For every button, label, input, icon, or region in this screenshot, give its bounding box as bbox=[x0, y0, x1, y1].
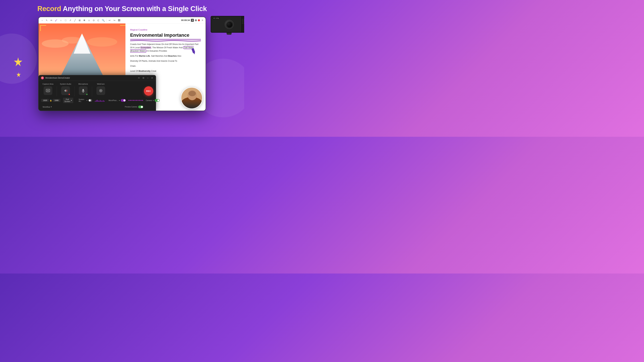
toolbar-frame-icon[interactable]: ⊞ bbox=[78, 18, 82, 22]
corner-bracket-tl bbox=[40, 25, 46, 31]
webcam-label: WebCam bbox=[97, 83, 105, 85]
toolbar-rect-icon[interactable]: □ bbox=[64, 18, 68, 22]
toolbar-cursor-icon[interactable]: ↖ bbox=[45, 18, 49, 22]
page-title: Record Anything on Your Screen with a Si… bbox=[0, 0, 244, 13]
toolbar-capture-icon[interactable]: ⊏ bbox=[96, 18, 100, 22]
lock-icon: 🔒 bbox=[50, 99, 52, 102]
mic-dot-3 bbox=[132, 100, 132, 101]
mic-dot-8 bbox=[139, 100, 140, 101]
toolbar-emoji-icon[interactable]: ☺ bbox=[87, 18, 91, 22]
panel-edit-button[interactable]: ✏ bbox=[138, 76, 140, 79]
panel-minimize-button[interactable]: ─ bbox=[146, 76, 149, 79]
mic-dot-10 bbox=[142, 100, 143, 101]
full-screen-controls: Full Screen ▾ bbox=[63, 98, 73, 103]
camera-toggle[interactable] bbox=[155, 99, 160, 102]
audio-bar-2 bbox=[96, 100, 96, 102]
microphone-section: Microphone bbox=[76, 83, 90, 95]
mic-dot-6 bbox=[136, 100, 137, 101]
avatar bbox=[181, 87, 202, 109]
audio-level-indicator bbox=[95, 99, 104, 102]
height-input[interactable] bbox=[53, 99, 60, 102]
laptop-frame: › ↖ ✏ 🖊 ○ □ ↗ ╱ ⊞ ❋ ☺ ⊙ ⊏ 🔍 ↩ ↪ 🖼 00:09:… bbox=[38, 17, 206, 111]
doc-paragraph-3: Diversity Of Plants, Animals And Insects… bbox=[130, 59, 201, 63]
toolbar-zoom-icon[interactable]: 🔍 bbox=[101, 18, 105, 22]
svg-point-13 bbox=[188, 91, 196, 96]
toolbar-separator bbox=[106, 19, 106, 22]
title-rest: Anything on Your Screen with a Single Cl… bbox=[61, 5, 207, 12]
preview-camera-toggle[interactable] bbox=[138, 106, 143, 108]
dropdown-arrow-icon: ▾ bbox=[71, 99, 72, 102]
audio-bar-9 bbox=[103, 100, 104, 102]
microphone-button[interactable] bbox=[79, 86, 88, 95]
circled-phrase: Salt Water (Brackish Water) bbox=[130, 46, 194, 52]
capture-area-button[interactable] bbox=[44, 86, 52, 95]
audio-bar-6 bbox=[100, 100, 100, 102]
star-decoration-small bbox=[16, 72, 21, 77]
preview-camera-label: Preview Camera bbox=[125, 106, 137, 108]
system-audio-button[interactable] bbox=[61, 86, 70, 95]
mic-dot-1 bbox=[128, 100, 130, 101]
webcam-section: WebCam bbox=[94, 83, 108, 95]
toolbar-arrow-icon[interactable]: ↗ bbox=[68, 18, 72, 22]
toolbar-menu-icon[interactable]: › bbox=[40, 18, 44, 22]
capture-area-section: Capture Area bbox=[41, 83, 55, 95]
title-highlight: Record bbox=[38, 5, 61, 12]
doc-underline bbox=[130, 39, 201, 39]
panel-close-button[interactable]: ✕ bbox=[150, 76, 154, 79]
toolbar-undo-icon[interactable]: ↩ bbox=[108, 18, 112, 22]
rec-button[interactable]: REC bbox=[144, 86, 153, 96]
dimension-controls: 🔒 bbox=[41, 99, 60, 102]
toolbar-pencil-icon[interactable]: ✏ bbox=[50, 18, 53, 22]
toolbar-redo-icon[interactable]: ↪ bbox=[112, 18, 116, 22]
panel-title: Wondershare DemoCreator bbox=[45, 77, 138, 79]
toolbar-highlight-icon[interactable]: 🖊 bbox=[54, 18, 58, 22]
audio-bar-7 bbox=[101, 100, 102, 102]
panel-window-controls: ✏ ⚙ ─ ✕ bbox=[138, 76, 154, 79]
audio-bar-1 bbox=[95, 101, 96, 102]
system-audio-toggle[interactable] bbox=[88, 99, 92, 102]
workflow-button[interactable]: Workflow ▾ bbox=[41, 105, 53, 109]
webcam-button[interactable] bbox=[96, 86, 105, 95]
webcam-mount bbox=[226, 33, 232, 35]
doc-paragraph-1: Coasts And Their Adjacent Areas On And O… bbox=[130, 42, 201, 53]
divider-2 bbox=[74, 86, 74, 96]
system-audio-label: System Audio bbox=[60, 83, 71, 85]
toolbar-effects-icon[interactable]: ❋ bbox=[82, 18, 86, 22]
microphone-toggle[interactable] bbox=[121, 99, 126, 102]
svg-rect-20 bbox=[82, 89, 84, 91]
toolbar-close-button[interactable]: ✕ bbox=[201, 19, 204, 22]
full-screen-dropdown[interactable]: Full Screen ▾ bbox=[63, 98, 73, 103]
svg-marker-1 bbox=[16, 72, 21, 77]
record-indicator-dot bbox=[195, 19, 197, 21]
doc-paragraph-4: Chain. bbox=[130, 64, 201, 68]
webcam-speaker bbox=[240, 16, 244, 32]
toolbar-circle-icon[interactable]: ○ bbox=[59, 18, 63, 22]
mic-dot-7 bbox=[138, 100, 138, 101]
toolbar-line-icon[interactable]: ╱ bbox=[73, 18, 77, 22]
camera-controls: Camera ▾ bbox=[146, 99, 160, 102]
mic-dot-5 bbox=[134, 100, 136, 101]
doc-title: Environmental Importance bbox=[130, 32, 201, 38]
workflow-arrow-icon: ▾ bbox=[51, 106, 52, 108]
toolbar: › ↖ ✏ 🖊 ○ □ ↗ ╱ ⊞ ❋ ☺ ⊙ ⊏ 🔍 ↩ ↪ 🖼 00:09:… bbox=[38, 17, 206, 23]
panel-settings-button[interactable]: ⚙ bbox=[142, 76, 145, 79]
audio-bar-10 bbox=[104, 101, 104, 102]
svg-marker-0 bbox=[14, 57, 22, 66]
width-input[interactable] bbox=[41, 99, 49, 102]
star-decoration-big bbox=[13, 57, 23, 67]
pause-button[interactable]: ⏸ bbox=[191, 19, 194, 22]
main-content: › ↖ ✏ 🖊 ○ □ ↗ ╱ ⊞ ❋ ☺ ⊙ ⊏ 🔍 ↩ ↪ 🖼 00:09:… bbox=[30, 17, 214, 111]
democreator-panel: W Wondershare DemoCreator ✏ ⚙ ─ ✕ Captur… bbox=[38, 75, 156, 111]
mic-dot-9 bbox=[140, 100, 142, 101]
panel-titlebar: W Wondershare DemoCreator ✏ ⚙ ─ ✕ bbox=[38, 75, 156, 81]
corner-bracket-tr bbox=[120, 25, 126, 31]
capture-area-label: Capture Area bbox=[42, 83, 54, 85]
timer-value: 00:09:34 bbox=[181, 19, 190, 21]
audio-bar-8 bbox=[102, 101, 102, 102]
bold-beaches: Beaches bbox=[168, 55, 176, 57]
toolbar-cursor2-icon[interactable]: ⊙ bbox=[92, 18, 96, 22]
toolbar-save-icon[interactable]: 🖼 bbox=[117, 18, 121, 22]
svg-point-5 bbox=[87, 37, 117, 46]
microphone-label: Microphone bbox=[78, 83, 88, 85]
camera-dropdown-icon: ▾ bbox=[153, 99, 154, 101]
